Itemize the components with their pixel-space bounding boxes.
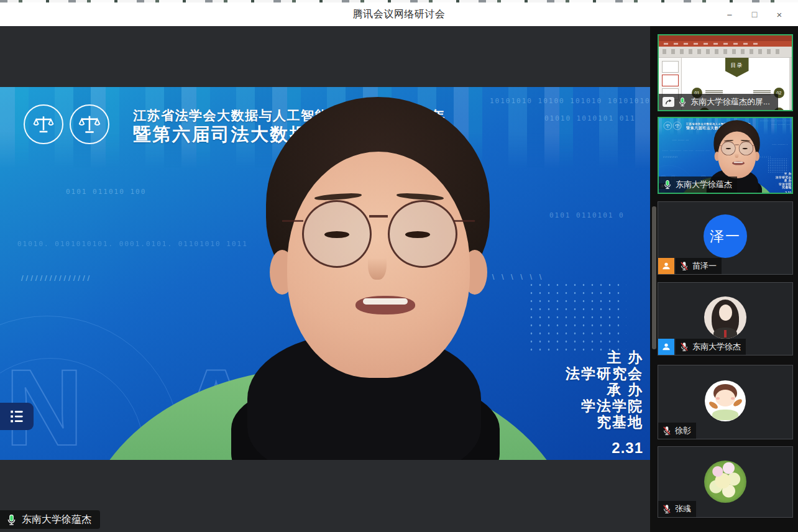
minimize-button[interactable]: −	[717, 2, 742, 26]
teeth	[363, 298, 408, 305]
role-badge-orange	[658, 258, 674, 274]
avatar-image	[704, 461, 746, 503]
titlebar[interactable]: 腾讯会议网络研讨会 − □ ×	[0, 2, 798, 26]
toc-text	[713, 110, 730, 111]
tile-label: 东南大学徐蕴杰	[659, 177, 737, 193]
glasses-arm	[753, 145, 757, 146]
tile-participant[interactable]: 徐彰	[658, 365, 793, 439]
sidebar-scrollbar[interactable]	[652, 206, 656, 349]
mic-muted-icon	[662, 504, 672, 514]
mic-active-icon	[6, 514, 17, 526]
tile-name: 东南大学徐杰	[692, 341, 741, 352]
mic-active-icon	[677, 97, 687, 107]
tile-name: 徐彰	[675, 425, 691, 436]
glasses-bridge	[369, 215, 388, 218]
tile-participant[interactable]: 泽一 苗泽一	[658, 201, 793, 275]
person-icon	[661, 342, 671, 352]
avatar-image	[704, 296, 746, 339]
ppt-ribbon	[659, 47, 792, 58]
ppt-scrollbar	[789, 58, 792, 110]
nose	[368, 244, 387, 280]
eye	[726, 148, 731, 149]
maximize-button[interactable]: □	[742, 2, 767, 26]
tile-participant[interactable]: 东南大学徐杰	[658, 282, 793, 355]
list-icon	[9, 408, 25, 424]
tile-name: 苗泽一	[692, 260, 717, 272]
agenda-list-button[interactable]	[0, 403, 34, 430]
window-title: 腾讯会议网络研讨会	[353, 8, 446, 21]
mouth	[355, 296, 415, 314]
ppt-ribbon-tabs	[659, 41, 792, 47]
tile-label: 张彧	[658, 501, 696, 517]
eye	[405, 231, 430, 238]
mic-active-icon	[663, 180, 672, 190]
mic-muted-icon	[679, 261, 689, 271]
glasses-arm	[282, 220, 303, 222]
close-button[interactable]: ×	[767, 2, 792, 26]
participants-sidebar: 目录 01 02 03 04	[650, 26, 798, 532]
toc-banner: 目录	[725, 58, 749, 77]
eye	[743, 148, 748, 149]
main-video-stage: 10101010 10100 101010 10101010 01010100 …	[0, 26, 650, 532]
mouth	[732, 161, 745, 165]
nose	[735, 150, 738, 158]
tile-name: 东南大学徐蕴杰	[676, 179, 732, 190]
ppt-slide-thumb	[662, 61, 679, 73]
person-icon	[661, 261, 671, 271]
tile-name: 张彧	[675, 503, 691, 515]
tile-label: 徐彰	[658, 423, 696, 439]
screen-share-icon	[663, 97, 674, 107]
tile-camera-speaker[interactable]: 10101010 10100 101010 10101010 01010100 …	[658, 117, 793, 194]
tile-screen-share[interactable]: 目录 01 02 03 04	[658, 34, 793, 111]
speaker-name-label: 东南大学徐蕴杰	[0, 510, 100, 529]
tile-label: 苗泽一	[676, 258, 722, 274]
tile-participant[interactable]: 张彧	[658, 446, 793, 518]
glasses-arm	[717, 145, 722, 146]
glasses-arm	[454, 220, 475, 222]
glasses-bridge	[735, 145, 739, 145]
ppt-slide-thumb-selected	[662, 75, 679, 86]
role-badge-blue	[658, 339, 674, 355]
meeting-window: 腾讯会议网络研讨会 − □ × 10101010 10100 101010 10…	[0, 0, 798, 532]
mic-muted-icon	[679, 342, 689, 352]
teeth	[734, 162, 743, 163]
speaker-name: 东南大学徐蕴杰	[22, 513, 91, 526]
mic-muted-icon	[662, 426, 672, 436]
toc-text	[753, 110, 771, 111]
window-controls: − □ ×	[717, 2, 792, 26]
avatar-image	[705, 380, 746, 421]
speaker-video-feed: 10101010 10100 101010 10101010 01010100 …	[0, 87, 650, 460]
tile-label: 东南大学徐蕴杰的屏...	[659, 94, 778, 110]
eye	[324, 231, 349, 238]
avatar-initials: 泽一	[704, 214, 747, 258]
tile-name: 东南大学徐蕴杰的屏...	[690, 96, 770, 108]
tile-label: 东南大学徐杰	[676, 339, 746, 355]
ppt-titlebar	[659, 35, 792, 41]
speaker-person	[0, 87, 650, 460]
